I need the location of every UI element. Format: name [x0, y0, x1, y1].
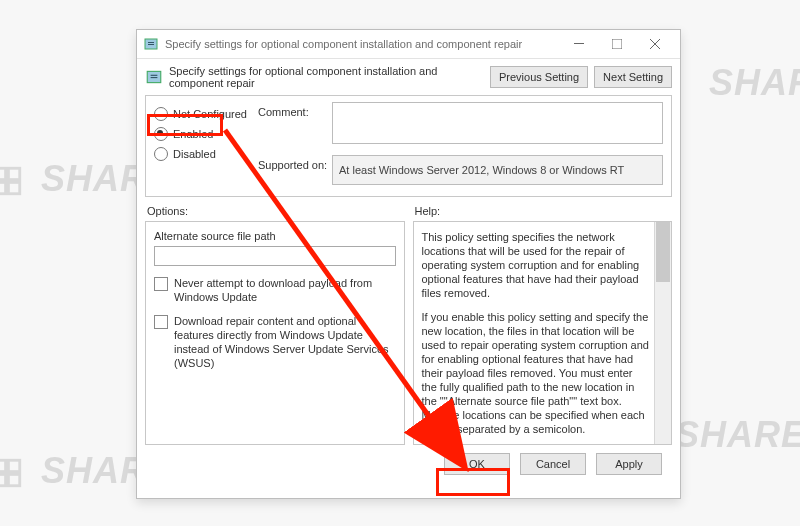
state-box: Not Configured Enabled Disabled Comment:… — [145, 95, 672, 197]
radio-label: Disabled — [173, 148, 216, 160]
gpo-dialog: Specify settings for optional component … — [136, 29, 681, 499]
svg-rect-0 — [0, 169, 6, 180]
comment-textarea[interactable] — [332, 102, 663, 144]
help-scrollbar[interactable] — [654, 222, 671, 444]
policy-icon — [145, 68, 163, 86]
ok-button[interactable]: OK — [444, 453, 510, 475]
checkbox-wsus-bypass[interactable]: Download repair content and optional fea… — [154, 314, 396, 370]
scrollbar-thumb[interactable] — [656, 222, 670, 282]
checkbox-label: Download repair content and optional fea… — [174, 314, 396, 370]
svg-rect-11 — [574, 43, 584, 44]
state-radios: Not Configured Enabled Disabled — [154, 102, 258, 190]
radio-icon — [154, 127, 168, 141]
radio-not-configured[interactable]: Not Configured — [154, 104, 258, 124]
alt-source-label: Alternate source file path — [154, 230, 396, 242]
cancel-button[interactable]: Cancel — [520, 453, 586, 475]
window-title: Specify settings for optional component … — [165, 38, 560, 50]
supported-on-text: At least Windows Server 2012, Windows 8 … — [339, 164, 624, 176]
checkbox-label: Never attempt to download payload from W… — [174, 276, 396, 304]
supported-label: Supported on: — [258, 155, 332, 171]
watermark: SHAREUS — [675, 414, 800, 456]
radio-icon — [154, 107, 168, 121]
checkbox-never-download[interactable]: Never attempt to download payload from W… — [154, 276, 396, 304]
svg-rect-10 — [148, 44, 154, 45]
svg-rect-2 — [0, 183, 6, 194]
next-setting-button[interactable]: Next Setting — [594, 66, 672, 88]
radio-disabled[interactable]: Disabled — [154, 144, 258, 164]
svg-rect-5 — [8, 461, 19, 472]
supported-on-box: At least Windows Server 2012, Windows 8 … — [332, 155, 663, 185]
titlebar: Specify settings for optional component … — [137, 30, 680, 59]
options-pane: Options: Alternate source file path Neve… — [145, 203, 405, 445]
watermark: SHAREUS — [709, 62, 800, 104]
checkbox-icon — [154, 315, 168, 329]
svg-rect-17 — [151, 77, 158, 78]
header-row: Specify settings for optional component … — [145, 65, 672, 89]
alt-source-input[interactable] — [154, 246, 396, 266]
svg-rect-6 — [0, 475, 6, 486]
minimize-button[interactable] — [560, 30, 598, 58]
svg-rect-1 — [8, 169, 19, 180]
svg-rect-4 — [0, 461, 6, 472]
svg-rect-3 — [8, 183, 19, 194]
help-text: This policy setting specifies the networ… — [414, 222, 656, 444]
dialog-footer: OK Cancel Apply — [145, 445, 672, 475]
svg-rect-7 — [8, 475, 19, 486]
svg-rect-16 — [151, 75, 158, 76]
maximize-button[interactable] — [598, 30, 636, 58]
radio-icon — [154, 147, 168, 161]
dialog-icon — [143, 36, 159, 52]
checkbox-icon — [154, 277, 168, 291]
svg-rect-9 — [148, 42, 154, 43]
radio-label: Enabled — [173, 128, 213, 140]
radio-enabled[interactable]: Enabled — [154, 124, 258, 144]
help-pane: Help: This policy setting specifies the … — [413, 203, 673, 445]
header-title: Specify settings for optional component … — [169, 65, 484, 89]
help-label: Help: — [415, 205, 673, 217]
radio-label: Not Configured — [173, 108, 247, 120]
comment-label: Comment: — [258, 102, 332, 118]
close-button[interactable] — [636, 30, 674, 58]
options-label: Options: — [147, 205, 405, 217]
svg-rect-12 — [612, 39, 622, 49]
apply-button[interactable]: Apply — [596, 453, 662, 475]
previous-setting-button[interactable]: Previous Setting — [490, 66, 588, 88]
